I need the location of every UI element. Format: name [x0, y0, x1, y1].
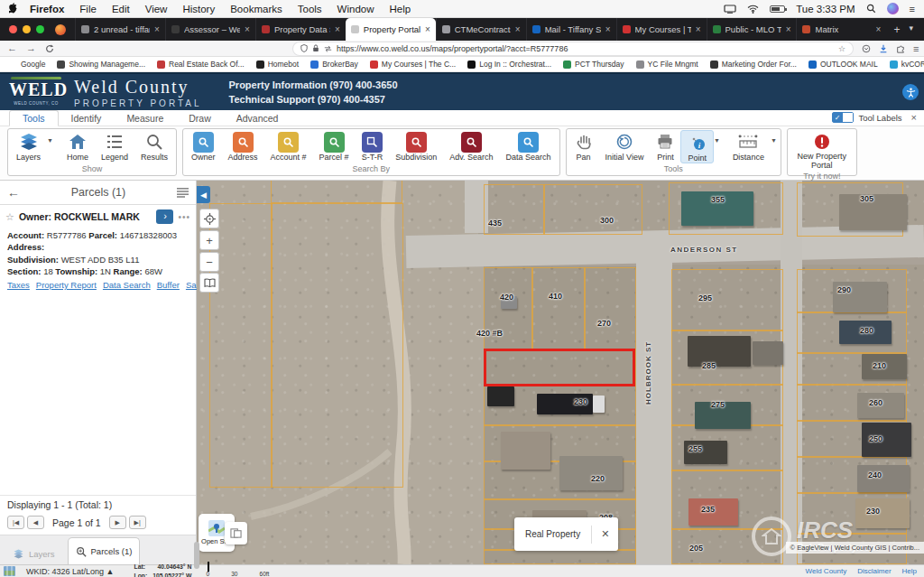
tool-labels-toggle[interactable]: ✓ [832, 112, 854, 123]
owner-search-button[interactable]: Owner [185, 130, 222, 162]
browser-tab[interactable]: CTMeContracts.c... × [436, 18, 526, 41]
tracking-shield-icon[interactable] [300, 44, 308, 52]
bookmark-item[interactable]: PCT Thursday [563, 60, 624, 69]
home-button[interactable]: Home [60, 130, 95, 162]
bookmark-item[interactable]: Google [9, 60, 45, 69]
bookmark-item[interactable]: Homebot [256, 60, 300, 69]
download-icon[interactable] [879, 44, 888, 53]
screen-mirroring-icon[interactable] [724, 5, 736, 14]
menu-icon[interactable]: ≡ [913, 43, 919, 54]
extension-icon[interactable] [896, 44, 905, 53]
window-zoom-button[interactable] [36, 25, 44, 33]
point-button[interactable]: i Point [680, 130, 714, 163]
subdivision-search-button[interactable]: Subdivision [389, 130, 443, 162]
tab-close-icon[interactable]: × [605, 24, 611, 34]
parcel-action-link[interactable]: Taxes [7, 280, 30, 290]
footer-link[interactable]: Weld County [806, 567, 847, 575]
bookmark-star-icon[interactable]: ☆ [838, 44, 845, 53]
permissions-icon[interactable] [324, 45, 332, 52]
tab-advanced[interactable]: Advanced [224, 111, 291, 126]
lock-icon[interactable] [312, 44, 319, 52]
tab-list-chevron-icon[interactable]: ▾ [909, 23, 913, 36]
data-search-button[interactable]: Data Search [500, 130, 558, 162]
tab-measure[interactable]: Measure [114, 111, 176, 126]
menubar-item[interactable]: View [145, 4, 168, 14]
firefox-pinned-icon[interactable] [55, 24, 66, 35]
parcel-action-link[interactable]: Property Report [36, 280, 97, 290]
parcels-tab[interactable]: Parcels (1) [68, 537, 141, 564]
window-minimize-button[interactable] [23, 25, 31, 33]
menubar-item[interactable]: Edit [112, 4, 130, 14]
panel-resize-handle[interactable] [194, 542, 199, 569]
browser-tab[interactable]: Matrix × [796, 18, 886, 41]
reload-button[interactable] [45, 44, 54, 53]
new-tab-button[interactable]: + [893, 23, 900, 36]
tab-close-icon[interactable]: × [786, 24, 791, 34]
first-page-button[interactable]: |◀ [7, 516, 24, 529]
bookmark-item[interactable]: kvCORE Platform [890, 60, 924, 69]
url-bar[interactable]: https://www.co.weld.co.us/maps/propertyp… [293, 42, 853, 55]
browser-tab[interactable]: Mail - Tiffany Sand... × [526, 18, 616, 41]
forward-button[interactable]: → [26, 43, 36, 53]
bookmark-item[interactable]: BrokerBay [310, 60, 358, 69]
result-more-icon[interactable]: ••• [178, 212, 190, 222]
next-page-button[interactable]: ▶ [109, 516, 126, 529]
browser-tab[interactable]: My Courses | The ... × [616, 18, 707, 41]
parcel-action-link[interactable]: Buffer [157, 280, 180, 290]
bookmark-item[interactable]: OUTLOOK MAIL [808, 60, 878, 69]
browser-tab[interactable]: Property Data Sea... × [255, 18, 346, 41]
window-close-button[interactable] [9, 25, 17, 33]
accessibility-button[interactable] [902, 84, 919, 100]
apple-menu-icon[interactable] [9, 3, 19, 14]
parcel-search-button[interactable]: Parcel # [313, 130, 356, 162]
menubar-clock[interactable]: Tue 3:33 PM [796, 4, 855, 14]
footer-link[interactable]: Help [902, 567, 917, 575]
bookmark-item[interactable]: Marketing Order For... [710, 60, 797, 69]
locate-button[interactable] [199, 209, 219, 228]
bookmarks-map-button[interactable] [199, 273, 219, 293]
popup-close-icon[interactable]: ✕ [592, 528, 618, 540]
tab-draw[interactable]: Draw [176, 111, 224, 126]
prev-page-button[interactable]: ◀ [27, 516, 44, 529]
tab-close-icon[interactable]: × [696, 24, 701, 34]
selected-parcel-highlight[interactable] [484, 349, 635, 386]
url-text[interactable]: https://www.co.weld.co.us/maps/propertyp… [337, 44, 834, 53]
menubar-item[interactable]: File [79, 4, 97, 14]
menubar-item[interactable]: Help [390, 4, 411, 14]
print-button[interactable]: Print [650, 130, 680, 162]
spotlight-icon[interactable] [866, 4, 876, 14]
bookmark-item[interactable]: Showing Manageme... [57, 60, 145, 69]
panel-back-icon[interactable]: ← [7, 185, 20, 200]
browser-tab[interactable]: Property Portal - Map... × [346, 18, 436, 41]
browser-tab[interactable]: Public - MLO Test... × [707, 18, 797, 41]
tab-close-icon[interactable]: × [425, 24, 430, 34]
popup-label[interactable]: Real Property [514, 529, 591, 539]
legend-button[interactable]: Legend [95, 130, 134, 162]
menubar-item[interactable]: History [182, 4, 215, 14]
footer-link[interactable]: Disclaimer [857, 567, 891, 575]
browser-tab[interactable]: Assessor – Weld C... × [165, 18, 255, 41]
bookmark-item[interactable]: Log In :: Orchestrat... [467, 60, 551, 69]
panel-list-icon[interactable] [177, 188, 189, 198]
str-search-button[interactable]: S-T-R [356, 130, 390, 162]
menubar-item[interactable]: Bookmarks [230, 4, 282, 14]
results-button[interactable]: Results [134, 130, 174, 162]
adv-search-button[interactable]: Adv. Search [443, 130, 499, 162]
menubar-item[interactable]: Firefox [30, 4, 64, 14]
zoom-out-button[interactable]: − [199, 252, 219, 272]
wkid-selector[interactable]: WKID: 4326 Lat/Long ▲ [26, 567, 114, 576]
ribbon-close-icon[interactable]: × [911, 112, 917, 123]
battery-icon[interactable] [770, 5, 785, 13]
siri-icon[interactable] [887, 3, 899, 14]
pan-button[interactable]: Pan [568, 130, 599, 162]
tab-tools[interactable]: Tools [9, 110, 59, 126]
menubar-item[interactable]: Window [337, 4, 374, 14]
map-viewport[interactable]: ANDERSON ST HOLBROOK ST 4353004204102704… [197, 181, 924, 564]
menubar-item[interactable]: Tools [298, 4, 322, 14]
notification-center-icon[interactable]: ≡ [910, 4, 915, 14]
address-search-button[interactable]: Address [222, 130, 264, 162]
parcel-result-item[interactable]: ☆ Owner: ROCKWELL MARK › ••• [0, 205, 196, 226]
pocket-icon[interactable] [862, 44, 871, 53]
back-button[interactable]: ← [7, 43, 17, 53]
result-detail-chevron-button[interactable]: › [156, 209, 173, 224]
